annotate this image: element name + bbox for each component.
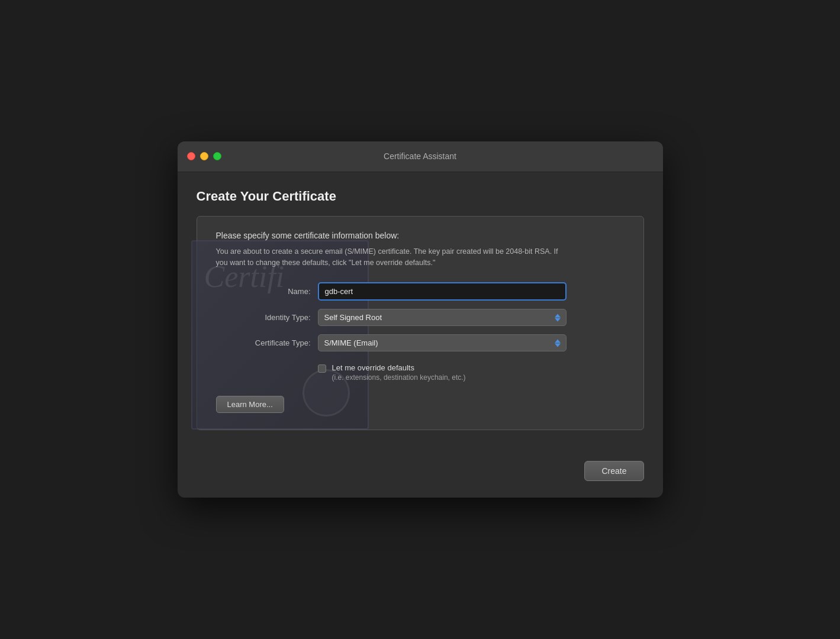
- override-checkbox[interactable]: [318, 364, 326, 373]
- page-title: Create Your Certificate: [197, 189, 644, 204]
- info-heading: Please specify some certificate informat…: [216, 231, 625, 240]
- identity-type-select-wrapper: Self Signed Root Certificate Authority L…: [318, 309, 567, 326]
- override-label: Let me override defaults: [332, 363, 466, 372]
- traffic-lights: [187, 152, 221, 160]
- certificate-type-select[interactable]: S/MIME (Email) SSL (HTTPS) Code Signing: [318, 334, 567, 351]
- override-row: Let me override defaults (i.e. extension…: [318, 363, 625, 382]
- override-checkbox-wrapper: [318, 364, 326, 373]
- name-input[interactable]: [318, 282, 567, 301]
- certificate-type-label: Certificate Type:: [216, 338, 311, 347]
- create-button[interactable]: Create: [584, 461, 643, 481]
- name-row: Name:: [216, 282, 625, 301]
- panel-footer: Learn More...: [216, 396, 625, 413]
- maximize-button[interactable]: [213, 152, 221, 160]
- override-sublabel: (i.e. extensions, destination keychain, …: [332, 373, 466, 382]
- identity-type-row: Identity Type: Self Signed Root Certific…: [216, 309, 625, 326]
- window-title: Certificate Assistant: [384, 151, 456, 161]
- form-content: Please specify some certificate informat…: [216, 231, 625, 414]
- override-text-group: Let me override defaults (i.e. extension…: [332, 363, 466, 382]
- certificate-type-row: Certificate Type: S/MIME (Email) SSL (HT…: [216, 334, 625, 351]
- learn-more-button[interactable]: Learn More...: [216, 396, 284, 413]
- name-label: Name:: [216, 287, 311, 296]
- minimize-button[interactable]: [200, 152, 208, 160]
- form-panel: Certifi Please specify some certificate …: [197, 216, 644, 431]
- certificate-assistant-window: Certificate Assistant Create Your Certif…: [178, 141, 663, 498]
- info-body: You are about to create a secure email (…: [216, 246, 559, 269]
- window-body: Create Your Certificate Certifi Please s…: [178, 172, 663, 450]
- identity-type-label: Identity Type:: [216, 313, 311, 322]
- titlebar: Certificate Assistant: [178, 141, 663, 172]
- identity-type-select[interactable]: Self Signed Root Certificate Authority L…: [318, 309, 567, 326]
- close-button[interactable]: [187, 152, 195, 160]
- certificate-type-select-wrapper: S/MIME (Email) SSL (HTTPS) Code Signing: [318, 334, 567, 351]
- window-footer: Create: [178, 449, 663, 498]
